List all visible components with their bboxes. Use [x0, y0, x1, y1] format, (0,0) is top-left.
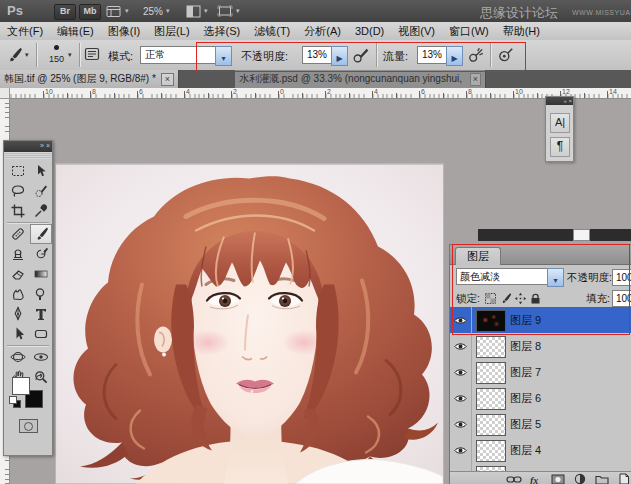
tool-brush[interactable]	[30, 224, 52, 244]
foreground-color-swatch[interactable]	[12, 377, 30, 395]
menu-item-7[interactable]: 分析(A)	[297, 22, 348, 40]
tool-orbit-3d[interactable]	[30, 347, 52, 367]
layer-thumbnail[interactable]	[476, 336, 506, 358]
close-icon[interactable]: ×	[161, 73, 174, 86]
quick-mask-button[interactable]	[19, 419, 38, 433]
tab-layers[interactable]: 图层	[455, 247, 501, 265]
layer-style-fx-button[interactable]: fx	[528, 473, 544, 484]
ps-logo: Ps	[7, 3, 23, 18]
tool-type[interactable]	[30, 304, 52, 324]
launch-mobile-button[interactable]: Mb	[79, 4, 101, 20]
tool-eyedropper[interactable]	[30, 201, 52, 221]
panel-dock-handle[interactable]	[573, 229, 590, 241]
tool-rect-marquee[interactable]	[7, 161, 29, 181]
tool-smudge[interactable]	[7, 284, 29, 304]
ruler-major-tick	[90, 91, 91, 98]
layer-thumbnail[interactable]	[476, 388, 506, 410]
menu-item-2[interactable]: 编辑(E)	[50, 22, 101, 40]
horizontal-ruler[interactable]: 10864202468101214	[0, 88, 631, 99]
document-tab-inactive[interactable]: 水利灌溉.psd @ 33.3% (nongcunanquan yingshui…	[235, 70, 486, 88]
view-extras-button[interactable]: ▾	[106, 3, 129, 19]
tool-pen[interactable]	[7, 304, 29, 324]
layer-row-图层-4[interactable]: 图层 4	[450, 437, 631, 464]
airbrush-button[interactable]	[467, 46, 485, 68]
tool-history-brush[interactable]	[30, 244, 52, 264]
layer-visibility-toggle[interactable]	[450, 411, 472, 437]
zoom-level-button[interactable]: 25% ▾	[143, 3, 170, 19]
blend-mode-select[interactable]: 颜色减淡	[456, 268, 551, 285]
mode-select[interactable]: 正常	[140, 46, 220, 64]
layer-thumbnail[interactable]	[476, 440, 506, 462]
blend-mode-arrow[interactable]: ▾	[547, 268, 564, 287]
layer-thumbnail[interactable]	[476, 414, 506, 436]
layer-row-图层-9[interactable]: 图层 9	[450, 307, 631, 334]
mode-select-arrow[interactable]: ▾	[215, 46, 232, 66]
brush-tool-preset-button[interactable]: ▾	[5, 45, 33, 65]
tool-healing[interactable]	[7, 224, 29, 244]
layer-thumbnail[interactable]	[476, 310, 506, 332]
layer-row-图层-8[interactable]: 图层 8	[450, 333, 631, 360]
toggle-brush-panel-button[interactable]	[84, 46, 102, 66]
tool-dodge[interactable]	[30, 284, 52, 304]
ruler-half-tick	[537, 93, 538, 98]
document-tab-active[interactable]: 韩国.tif @ 25% (图层 9, RGB/8#) * ×	[0, 70, 179, 88]
tool-quick-select[interactable]	[30, 181, 52, 201]
group-button[interactable]	[594, 473, 610, 484]
tool-rotate-3d[interactable]	[7, 347, 29, 367]
screen-mode-button[interactable]: ▾	[217, 3, 240, 19]
menu-item-4[interactable]: 图层(L)	[147, 22, 196, 40]
panel-header[interactable]: » ×	[546, 97, 573, 105]
menu-item-3[interactable]: 图像(I)	[101, 22, 147, 40]
close-icon[interactable]: ×	[470, 73, 481, 86]
paragraph-panel-button[interactable]: ¶	[550, 137, 570, 157]
layer-visibility-toggle[interactable]	[450, 385, 472, 411]
screen-mode-icon	[217, 5, 233, 17]
link-layers-button[interactable]	[506, 473, 522, 484]
brush-preset-picker[interactable]: 150 ▾	[41, 43, 75, 67]
menu-item-9[interactable]: 视图(V)	[391, 22, 442, 40]
layers-opacity-input[interactable]: 100%	[612, 269, 631, 286]
menu-item-6[interactable]: 滤镜(T)	[247, 22, 297, 40]
ruler-major-tick	[184, 91, 185, 98]
add-mask-button[interactable]	[550, 473, 566, 484]
tool-shape[interactable]	[30, 324, 52, 344]
tool-path-select[interactable]	[7, 324, 29, 344]
swap-colors-icon[interactable]	[34, 373, 46, 384]
launch-bridge-button[interactable]: Br	[54, 4, 76, 20]
new-layer-button[interactable]	[616, 473, 631, 484]
tool-clone-stamp[interactable]	[7, 244, 29, 264]
fill-input[interactable]: 100%	[612, 290, 631, 307]
layer-thumbnail[interactable]	[476, 362, 506, 384]
character-panel-button[interactable]: A|	[550, 113, 570, 133]
tool-crop[interactable]	[7, 201, 29, 221]
menu-item-11[interactable]: 帮助(H)	[496, 22, 547, 40]
menu-item-5[interactable]: 选择(S)	[197, 22, 248, 40]
menu-item-10[interactable]: 窗口(W)	[442, 22, 496, 40]
toolbox-header[interactable]: » ×	[4, 141, 52, 152]
arrange-documents-button[interactable]: ▾	[186, 3, 208, 19]
ruler-number: 8	[468, 88, 472, 95]
adjustment-button[interactable]	[572, 473, 588, 484]
layer-visibility-toggle[interactable]	[450, 437, 472, 463]
document-canvas-portrait[interactable]	[56, 164, 443, 484]
layer-visibility-toggle[interactable]	[450, 333, 472, 359]
opacity-slider-arrow[interactable]: ▶	[331, 46, 348, 66]
layer-visibility-toggle[interactable]	[450, 307, 472, 333]
toolbox-grip[interactable]	[4, 152, 52, 159]
layer-row-图层-6[interactable]: 图层 6	[450, 385, 631, 412]
tool-move[interactable]	[30, 161, 52, 181]
menu-item-1[interactable]: 文件(F)	[0, 22, 50, 40]
tool-lasso[interactable]	[7, 181, 29, 201]
ruler-major-tick	[607, 91, 608, 98]
flow-slider-arrow[interactable]: ▶	[446, 46, 463, 66]
tool-eraser[interactable]	[7, 264, 29, 284]
layer-row-图层-7[interactable]: 图层 7	[450, 359, 631, 386]
menu-item-8[interactable]: 3D(D)	[348, 22, 391, 40]
layer-row-图层-5[interactable]: 图层 5	[450, 411, 631, 438]
ruler-half-tick	[255, 93, 256, 98]
tool-gradient[interactable]	[30, 264, 52, 284]
tablet-flow-button[interactable]	[497, 46, 515, 68]
layer-visibility-toggle[interactable]	[450, 359, 472, 385]
ruler-half-tick	[208, 93, 209, 98]
tablet-opacity-button[interactable]	[352, 46, 370, 68]
